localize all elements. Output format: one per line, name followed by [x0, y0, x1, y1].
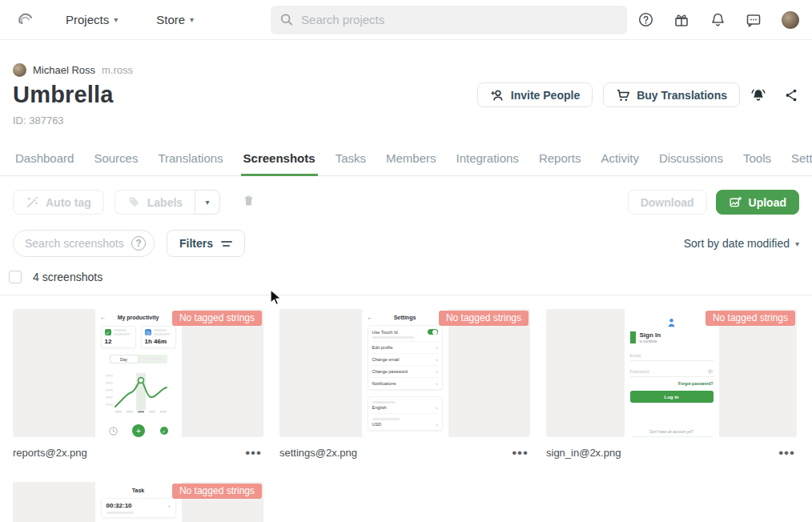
mini-done-icon: ✓	[160, 427, 168, 435]
mini-back-icon: ←	[101, 315, 107, 320]
screenshot-filename[interactable]: settings@2x.png	[279, 447, 357, 459]
screenshot-thumbnail[interactable]: ←My productivity ✓ 12 ◷ 1h 46m Day	[13, 309, 263, 437]
auto-tag-button[interactable]: Auto tag	[13, 190, 104, 215]
tab-tools[interactable]: Tools	[741, 147, 774, 175]
tab-tasks[interactable]: Tasks	[333, 147, 368, 175]
chevron-right-icon: ›	[436, 357, 438, 362]
chevron-down-icon: ▾	[114, 15, 118, 24]
more-options-icon[interactable]: •••	[777, 450, 797, 456]
mini-touch-id-label: Use Touch Id	[372, 330, 398, 335]
mini-stat-time: ◷ 1h 46m	[141, 326, 176, 348]
screenshot-filename[interactable]: reports@2x.png	[13, 447, 87, 459]
user-avatar[interactable]	[782, 11, 799, 29]
screenshot-filename[interactable]: sign_in@2x.png	[546, 447, 621, 459]
upload-button[interactable]: Upload	[716, 190, 799, 215]
chevron-down-icon: ▾	[795, 239, 799, 248]
search-help-icon[interactable]: ?	[131, 236, 146, 251]
mini-stat-value: 1h 46m	[145, 338, 172, 345]
tab-discussions[interactable]: Discussions	[657, 147, 726, 175]
mini-app-logo-icon	[666, 317, 677, 327]
screenshot-thumbnail[interactable]: Task ⌄ 00:32:10 › No tagged strings	[13, 482, 263, 522]
screenshots-toolbar: Auto tag Labels ▾ Download Upload	[0, 190, 812, 215]
mini-email-placeholder: Email	[630, 353, 641, 358]
filter-icon	[221, 241, 232, 247]
eye-icon	[707, 369, 714, 374]
gift-icon[interactable]	[673, 12, 689, 28]
mini-toggle-on	[428, 329, 438, 335]
mini-check-icon: ✓	[105, 329, 111, 335]
mini-signin-subtitle: to continue	[640, 339, 661, 343]
upload-label: Upload	[749, 196, 786, 209]
mini-row-label: Notifications	[372, 381, 396, 386]
mini-currency-value: USD	[372, 422, 382, 427]
mini-brand-block	[630, 331, 636, 343]
mini-language-value: English	[372, 405, 387, 410]
labels-button[interactable]: Labels	[115, 190, 195, 215]
magic-wand-icon	[26, 195, 39, 209]
delete-trash-icon[interactable]	[242, 194, 255, 211]
select-all-checkbox[interactable]	[9, 271, 22, 283]
watch-bell-icon[interactable]	[750, 87, 766, 103]
tab-activity[interactable]: Activity	[598, 147, 641, 175]
cart-icon	[616, 88, 630, 102]
tab-integrations[interactable]: Integrations	[453, 147, 521, 175]
tab-sources[interactable]: Sources	[91, 147, 140, 175]
share-icon[interactable]	[783, 87, 799, 103]
mini-signin-screen: Sign In to continue Email Password Forgo…	[625, 309, 719, 437]
screenshot-thumbnail[interactable]: Sign In to continue Email Password Forgo…	[546, 309, 797, 437]
chevron-right-icon: ›	[436, 345, 438, 350]
labels-dropdown-arrow[interactable]: ▾	[195, 190, 220, 215]
messages-icon[interactable]	[746, 12, 762, 28]
image-add-icon	[729, 195, 742, 209]
mini-day-week-toggle: Day	[110, 355, 167, 363]
buy-translations-label: Buy Translations	[637, 89, 727, 102]
header-actions: Invite People Buy Translations	[477, 82, 799, 107]
screenshots-search-input[interactable]	[25, 237, 131, 250]
download-button[interactable]: Download	[628, 190, 707, 215]
project-owner[interactable]: Michael Ross m.ross	[13, 63, 799, 77]
nav-projects-label: Projects	[66, 13, 109, 26]
project-id: ID: 387763	[13, 114, 799, 126]
tab-dashboard[interactable]: Dashboard	[13, 147, 76, 175]
no-tagged-strings-badge: No tagged strings	[172, 311, 262, 326]
mini-create-account-button: Create account	[630, 436, 714, 437]
mini-title: My productivity	[118, 315, 159, 320]
chevron-down-icon: ▾	[190, 15, 194, 24]
screenshot-card-signin: Sign In to continue Email Password Forgo…	[546, 309, 797, 459]
screenshot-card-reports: ←My productivity ✓ 12 ◷ 1h 46m Day	[13, 309, 263, 459]
mini-login-button: Log in	[630, 391, 714, 403]
tab-members[interactable]: Members	[384, 147, 439, 175]
more-options-icon[interactable]: •••	[243, 450, 263, 456]
screenshots-search[interactable]: ?	[13, 230, 155, 257]
filters-label: Filters	[179, 237, 213, 250]
nav-store[interactable]: Store ▾	[156, 13, 194, 26]
crowdin-logo-icon[interactable]	[13, 8, 37, 32]
buy-translations-button[interactable]: Buy Translations	[603, 82, 740, 107]
notifications-bell-icon[interactable]	[709, 12, 726, 28]
global-search-input[interactable]	[301, 13, 617, 26]
mini-signin-title: Sign In	[640, 331, 661, 339]
help-icon[interactable]	[637, 12, 653, 28]
more-options-icon[interactable]: •••	[510, 450, 530, 456]
filters-button[interactable]: Filters	[167, 230, 245, 257]
screenshots-grid: ←My productivity ✓ 12 ◷ 1h 46m Day	[0, 309, 812, 522]
chevron-right-icon: ›	[436, 405, 438, 410]
mini-row-label: Change email	[372, 357, 400, 362]
tab-screenshots[interactable]: Screenshots	[241, 147, 318, 176]
project-tabs: Dashboard Sources Translations Screensho…	[0, 147, 812, 176]
nav-projects[interactable]: Projects ▾	[66, 13, 118, 26]
sort-dropdown[interactable]: Sort by date modified ▾	[684, 237, 799, 250]
invite-people-button[interactable]: Invite People	[477, 82, 593, 107]
global-search[interactable]	[271, 6, 627, 34]
sort-label: Sort by date modified	[684, 237, 790, 250]
tab-translations[interactable]: Translations	[155, 147, 225, 175]
screenshot-thumbnail[interactable]: ←Settings Use Touch Id Edit profile› Cha…	[279, 309, 530, 437]
mini-task-timer: 00:32:10	[107, 502, 132, 509]
labels-split-button: Labels ▾	[115, 190, 220, 215]
crowdin-app: Projects ▾ Store ▾	[0, 0, 812, 522]
mini-forgot-password: Forgot password?	[630, 381, 714, 386]
mini-line-chart	[104, 368, 173, 418]
tab-settings[interactable]: Settings	[789, 147, 812, 175]
tab-reports[interactable]: Reports	[537, 147, 584, 175]
search-icon	[280, 13, 293, 26]
